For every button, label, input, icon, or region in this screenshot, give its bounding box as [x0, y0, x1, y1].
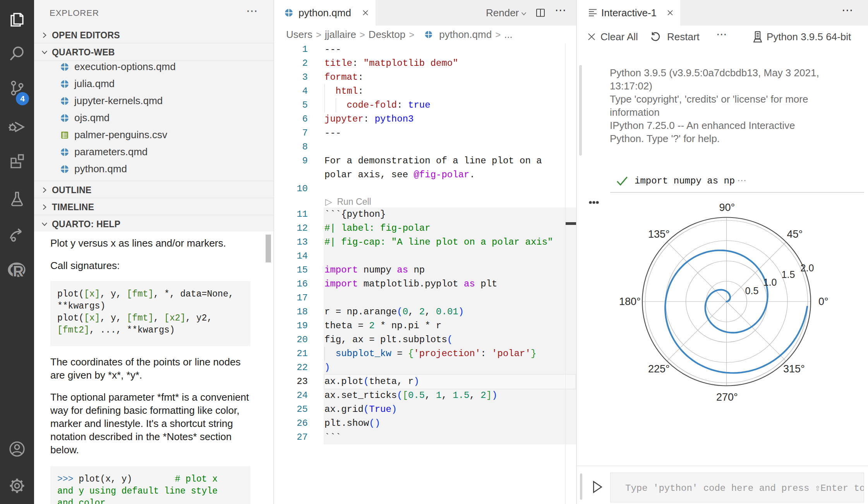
svg-text:1.5: 1.5	[782, 269, 795, 280]
svg-text:90°: 90°	[719, 202, 735, 213]
svg-text:225°: 225°	[648, 363, 670, 375]
svg-text:45°: 45°	[787, 228, 803, 240]
svg-text:180°: 180°	[619, 296, 641, 307]
svg-text:135°: 135°	[648, 228, 670, 240]
svg-text:0°: 0°	[818, 296, 829, 307]
svg-text:315°: 315°	[783, 363, 805, 375]
svg-text:270°: 270°	[716, 391, 738, 403]
svg-text:2.0: 2.0	[801, 262, 814, 273]
svg-text:0.5: 0.5	[745, 285, 759, 296]
svg-text:R: R	[13, 263, 24, 279]
svg-text:1.0: 1.0	[763, 277, 777, 288]
